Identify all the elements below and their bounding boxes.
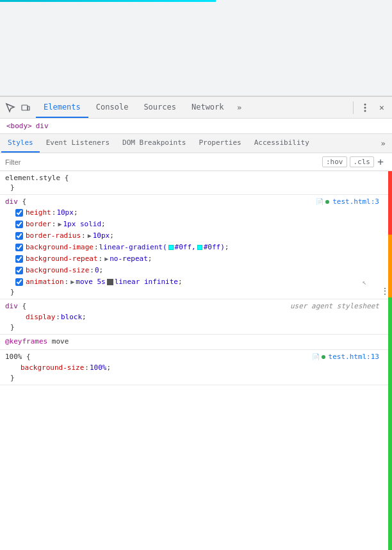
rule-file-link[interactable]: 📄 test.html:3	[316, 197, 379, 206]
rule-selector-keyframes: @keyframes move	[5, 337, 387, 346]
main-tabs: Elements Console Sources Network »	[36, 97, 350, 118]
breadcrumb: <body> div	[0, 119, 392, 134]
svg-rect-1	[28, 106, 29, 110]
file-link-text-100[interactable]: test.html:13	[329, 353, 379, 361]
filter-badges: :hov .cls	[322, 156, 374, 167]
rule-element-style: element.style { }	[0, 171, 392, 195]
prop-background-image: background-image : linear-gradient( #0ff…	[5, 242, 387, 253]
svg-point-4	[364, 110, 366, 112]
tab-console[interactable]: Console	[88, 97, 136, 118]
rule-closing-div-ua: }	[5, 323, 387, 331]
prop-bg-image-value: linear-gradient(	[99, 242, 167, 253]
breadcrumb-div[interactable]: div	[35, 122, 50, 130]
prop-animation-checkbox[interactable]	[15, 278, 23, 286]
user-agent-label: user agent stylesheet	[290, 302, 379, 310]
prop-animation-value: move 5s	[76, 277, 105, 287]
filter-bar: :hov .cls +	[0, 153, 392, 171]
prop-animation-timing: linear infinite	[115, 277, 178, 287]
more-subtabs-icon[interactable]: »	[375, 136, 391, 151]
rule-selector-element-style: element.style {	[5, 174, 387, 182]
prop-border: border : ▶ 1px solid ;	[5, 219, 387, 230]
color-value-1: #0ff,	[175, 242, 196, 253]
file-link-text[interactable]: test.html:3	[332, 197, 379, 206]
subtab-event-listeners[interactable]: Event Listeners	[40, 134, 116, 153]
color-strip-orange	[388, 235, 392, 298]
prop-display: display : block ;	[5, 312, 387, 323]
color-strip-green	[388, 297, 392, 361]
prop-animation: animation : ▶ move 5s linear infinite ;	[5, 276, 387, 288]
color-strip-green4	[388, 487, 392, 551]
prop-bg-size-keyframe: background-size : 100% ;	[5, 362, 387, 374]
prop-border-radius-arrow[interactable]: ▶	[88, 231, 92, 241]
prop-display-name: display	[26, 312, 55, 322]
color-strip-green2	[388, 361, 392, 424]
subtab-styles[interactable]: Styles	[1, 134, 40, 153]
subtab-accessibility[interactable]: Accessibility	[248, 134, 316, 153]
rule-file-link-100[interactable]: 📄 test.html:13	[312, 353, 379, 361]
add-style-rule-icon[interactable]: +	[374, 156, 387, 169]
breadcrumb-body[interactable]: <body>	[5, 122, 33, 130]
settings-icon[interactable]	[357, 100, 373, 115]
prop-bg-size-checkbox[interactable]	[15, 267, 23, 274]
file-icon: 📄	[316, 198, 323, 205]
devtools-panel: Elements Console Sources Network » ✕ <bo…	[0, 96, 392, 550]
color-strip	[388, 171, 392, 550]
rule-closing-div: }	[5, 288, 387, 296]
prop-bg-size-keyframe-name: background-size	[20, 363, 84, 373]
cls-badge[interactable]: .cls	[350, 156, 375, 167]
subtab-properties[interactable]: Properties	[192, 134, 247, 153]
rule-keyframes-header: @keyframes move	[0, 335, 392, 350]
prop-bg-repeat-checkbox[interactable]	[15, 255, 23, 263]
subtab-dom-breakpoints[interactable]: DOM Breakpoints	[116, 134, 192, 153]
svg-point-2	[364, 106, 366, 108]
hov-badge[interactable]: :hov	[322, 156, 347, 167]
inspect-element-icon[interactable]	[3, 100, 18, 115]
more-tabs-icon[interactable]: »	[232, 100, 247, 115]
cursor-area: ↖	[362, 278, 366, 287]
prop-bg-image-checkbox[interactable]	[15, 244, 23, 251]
prop-bg-image-name: background-image	[26, 242, 94, 253]
prop-bg-repeat-value: no-repeat	[110, 254, 148, 264]
browser-viewport	[0, 0, 392, 96]
svg-rect-0	[22, 105, 28, 110]
prop-border-radius-name: border-radius	[26, 231, 81, 241]
prop-border-radius-checkbox[interactable]	[15, 232, 23, 240]
prop-border-checkbox[interactable]	[15, 221, 23, 228]
green-dot	[325, 200, 329, 204]
tab-network[interactable]: Network	[184, 97, 232, 118]
styles-subtabs: Styles Event Listeners DOM Breakpoints P…	[0, 134, 392, 153]
toolbar-divider	[353, 101, 354, 114]
prop-border-arrow[interactable]: ▶	[58, 219, 61, 229]
color-swatch-1[interactable]	[168, 245, 174, 250]
color-strip-green3	[388, 424, 392, 487]
prop-border-radius: border-radius : ▶ 10px ;	[5, 230, 387, 242]
prop-height-name: height	[26, 208, 51, 218]
prop-height-checkbox[interactable]	[15, 209, 23, 217]
color-swatch-2[interactable]	[197, 245, 202, 250]
toolbar-right-actions: ✕	[350, 100, 389, 115]
prop-bg-size-value: 0	[95, 265, 99, 276]
filter-input[interactable]	[5, 158, 322, 166]
tab-sources[interactable]: Sources	[136, 97, 184, 118]
tab-elements[interactable]: Elements	[36, 97, 88, 118]
rule-div: div { 📄 test.html:3 height : 10px ; bord…	[0, 195, 392, 299]
prop-border-radius-value: 10px	[93, 231, 110, 241]
prop-display-value: block	[61, 312, 82, 322]
devtools-toolbar: Elements Console Sources Network » ✕	[0, 97, 392, 119]
svg-point-3	[364, 103, 366, 105]
device-toggle-icon[interactable]	[18, 100, 33, 115]
rule-keyframes-100: 100% { 📄 test.html:13 background-size : …	[0, 350, 392, 385]
rule-div-useragent: div { user agent stylesheet display : bl…	[0, 299, 392, 335]
prop-border-name: border	[26, 219, 51, 229]
prop-bg-repeat-arrow[interactable]: ▶	[104, 254, 108, 264]
file-icon-100: 📄	[312, 353, 320, 360]
prop-border-value: 1px solid	[63, 219, 101, 229]
animation-timing-icon[interactable]	[107, 279, 113, 285]
prop-height: height : 10px ;	[5, 207, 387, 219]
green-dot-100	[322, 355, 325, 359]
prop-height-value: 10px	[56, 208, 74, 218]
close-devtools-icon[interactable]: ✕	[374, 100, 389, 115]
color-strip-red	[388, 171, 392, 235]
prop-animation-arrow[interactable]: ▶	[70, 277, 74, 287]
prop-bg-size-keyframe-value: 100%	[90, 363, 107, 373]
